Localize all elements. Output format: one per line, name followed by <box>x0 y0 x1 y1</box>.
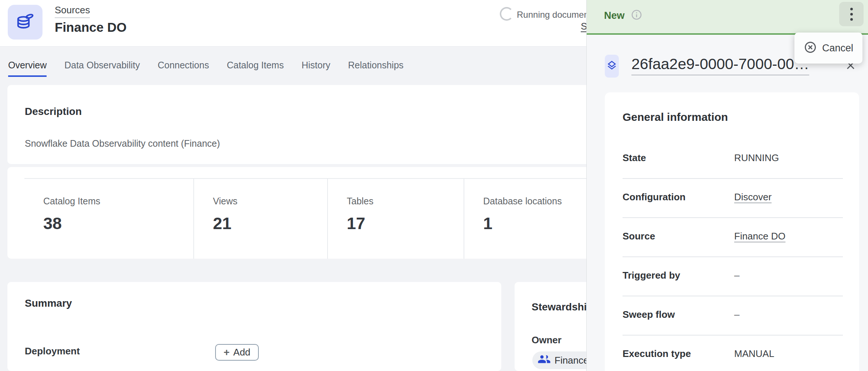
row-state: State RUNNING <box>623 140 843 179</box>
stat-value: 1 <box>483 214 586 233</box>
source-icon-tile <box>8 5 43 40</box>
row-configuration: Configuration Discover <box>623 179 843 218</box>
truncated-header-link[interactable]: S <box>581 21 586 32</box>
stat-value: 38 <box>43 214 193 233</box>
deployment-label: Deployment <box>25 346 80 357</box>
status-badge: New <box>604 10 625 21</box>
group-people-icon <box>538 353 551 368</box>
running-status-text: Running documen <box>517 10 586 20</box>
stat-label: Tables <box>347 196 464 207</box>
row-value: MANUAL <box>734 348 774 360</box>
row-label: Triggered by <box>623 270 680 281</box>
database-coins-icon <box>15 11 35 33</box>
row-sweep-flow: Sweep flow – <box>623 296 843 336</box>
tab-bar: Overview Data Observability Connections … <box>8 60 404 77</box>
stats-grid: Catalog Items 38 Views 21 Tables 17 Data… <box>24 178 586 259</box>
app-root: Sources Finance DO Running documen S Ove… <box>0 0 868 371</box>
stat-catalog-items: Catalog Items 38 <box>24 179 193 259</box>
row-value-link[interactable]: Discover <box>734 191 772 203</box>
row-label: Configuration <box>623 191 685 203</box>
description-heading: Description <box>25 106 82 118</box>
tab-history[interactable]: History <box>302 60 330 77</box>
add-button-label: Add <box>233 347 250 358</box>
menu-item-cancel[interactable]: Cancel <box>822 42 853 54</box>
job-icon-tile <box>605 55 619 78</box>
tab-data-observability[interactable]: Data Observability <box>64 60 140 77</box>
stat-label: Catalog Items <box>43 196 193 207</box>
stat-label: Database locations <box>483 196 586 207</box>
row-label: Source <box>623 231 655 242</box>
stat-value: 21 <box>213 214 327 233</box>
job-details-panel: New Cancel <box>586 0 868 371</box>
row-triggered-by: Triggered by – <box>623 257 843 296</box>
description-body: Snowflake Data Observability content (Fi… <box>25 138 220 149</box>
summary-heading: Summary <box>25 297 72 309</box>
tab-relationships[interactable]: Relationships <box>348 60 403 77</box>
running-spinner-icon <box>500 7 513 21</box>
row-value: RUNNING <box>734 152 779 164</box>
stat-database-locations: Database locations 1 <box>464 179 586 259</box>
context-menu: Cancel <box>794 33 862 64</box>
row-label: State <box>623 152 646 164</box>
page-header: Sources Finance DO Running documen S <box>0 0 586 47</box>
stat-tables: Tables 17 <box>327 179 464 259</box>
stat-views: Views 21 <box>193 179 327 259</box>
page-title: Finance DO <box>55 20 126 35</box>
status-band: New <box>587 0 868 35</box>
cancel-circle-icon <box>804 41 817 55</box>
plus-icon: + <box>224 347 230 358</box>
row-value: – <box>734 270 739 281</box>
general-information-card: General information State RUNNING Config… <box>605 92 859 371</box>
row-label: Sweep flow <box>623 309 675 320</box>
stat-value: 17 <box>347 214 464 233</box>
info-icon[interactable] <box>631 9 642 21</box>
row-execution-type: Execution type MANUAL <box>623 336 843 371</box>
general-information-heading: General information <box>623 111 728 123</box>
owner-label: Owner <box>532 334 562 346</box>
owner-chip[interactable]: Finance <box>532 351 586 369</box>
stewardship-heading: Stewardship <box>532 301 586 313</box>
tab-catalog-items[interactable]: Catalog Items <box>227 60 284 77</box>
job-title-link[interactable]: 26faa2e9-0000-7000-00… <box>631 55 809 75</box>
row-source: Source Finance DO <box>623 218 843 257</box>
description-card: Description Snowflake Data Observability… <box>7 85 586 164</box>
breadcrumb-sources[interactable]: Sources <box>55 4 90 18</box>
add-deployment-button[interactable]: + Add <box>215 344 259 361</box>
kebab-menu-button[interactable] <box>839 2 864 26</box>
stewardship-card: Stewardship Owner Finance <box>515 282 586 371</box>
tab-overview[interactable]: Overview <box>8 60 47 77</box>
stat-label: Views <box>213 196 327 207</box>
row-label: Execution type <box>623 348 691 360</box>
row-value: – <box>734 309 739 320</box>
layers-icon <box>606 60 617 72</box>
summary-card: Summary Deployment + Add <box>7 282 501 371</box>
owner-chip-label: Finance <box>555 355 586 366</box>
main-area: Sources Finance DO Running documen S Ove… <box>0 0 586 371</box>
stats-card: Catalog Items 38 Views 21 Tables 17 Data… <box>7 167 586 259</box>
row-value-link[interactable]: Finance DO <box>734 231 786 242</box>
tab-connections[interactable]: Connections <box>157 60 209 77</box>
